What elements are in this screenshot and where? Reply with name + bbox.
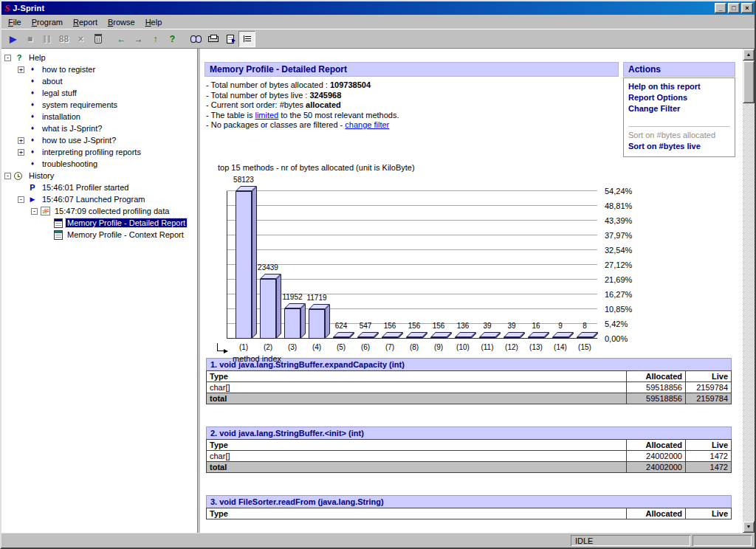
chart: top 15 methods - nr of bytes allocated (…: [218, 163, 661, 339]
actions-title: Actions: [623, 62, 735, 77]
menu-program[interactable]: Program: [27, 16, 68, 28]
maximize-button[interactable]: □: [728, 3, 740, 13]
bar: [455, 337, 471, 339]
tree-item[interactable]: +♦interpreting profiling reports: [1, 146, 197, 158]
up-button[interactable]: ↑: [147, 31, 164, 47]
bar-value-label: 23439: [254, 263, 282, 272]
binoculars-icon: [190, 35, 202, 43]
x-axis-label: (8): [402, 343, 427, 351]
run-button[interactable]: ▶: [4, 31, 21, 47]
diamond-icon: ♦: [27, 135, 38, 145]
tree-item[interactable]: ♦installation: [1, 111, 197, 122]
app-logo-icon: S: [3, 3, 10, 13]
print-button[interactable]: [205, 31, 221, 47]
x-axis-title: method index: [233, 354, 281, 363]
method-data-table: TypeAllocatedLive: [206, 508, 732, 519]
menubar: FileProgramReportBrowseHelp: [1, 15, 755, 29]
close-button[interactable]: ×: [741, 3, 753, 13]
bar-side-face: [252, 186, 257, 339]
help-icon: ?: [14, 52, 24, 63]
export-button[interactable]: [221, 31, 238, 47]
scrollbar-track[interactable]: [743, 61, 755, 521]
total-label: total: [207, 393, 627, 404]
tree-expander-minus[interactable]: -: [4, 55, 11, 61]
delete-button[interactable]: [89, 31, 106, 47]
summary-link[interactable]: limited: [255, 111, 278, 120]
sort-option[interactable]: Sort on #bytes live: [628, 141, 730, 152]
discard-button[interactable]: ×: [72, 31, 89, 47]
tree-item[interactable]: ♦legal stuff: [1, 87, 197, 99]
bar: [528, 337, 544, 339]
tree-item[interactable]: ♦what is J-Sprint?: [1, 122, 197, 134]
tree-expander-plus[interactable]: +: [18, 149, 24, 156]
tree-item[interactable]: -▶15:46:07 Launched Program: [1, 193, 197, 205]
forward-button[interactable]: →: [130, 31, 147, 47]
x-axis-label: (7): [377, 343, 402, 351]
tree-item[interactable]: P15:46:01 Profiler started: [1, 182, 197, 193]
gridline: [227, 205, 597, 206]
tree-expander-minus[interactable]: -: [31, 208, 38, 215]
tree-item[interactable]: +♦how to register: [1, 63, 197, 75]
action-link[interactable]: Change Filter: [628, 103, 730, 114]
tree-item[interactable]: ♦system requirements: [1, 99, 197, 111]
tree-item-label: troubleshooting: [41, 159, 99, 168]
cell-number: 1472: [686, 450, 732, 461]
tree-item[interactable]: ♦about: [1, 75, 197, 87]
vertical-scrollbar[interactable]: ▲ ▼: [743, 49, 755, 533]
x-axis-label: (14): [548, 343, 573, 351]
titlebar: S J-Sprint _ □ ×: [1, 1, 755, 15]
menu-report[interactable]: Report: [68, 16, 103, 28]
profiler-p-icon: P: [27, 182, 38, 193]
tree-item[interactable]: -15:47:09 collected profiling data: [1, 205, 197, 217]
column-header: Live: [686, 508, 732, 519]
tree-expander-minus[interactable]: -: [18, 196, 24, 203]
action-link[interactable]: Report Options: [628, 92, 730, 103]
up-arrow-icon: ↑: [154, 35, 158, 44]
toggle-tree-button[interactable]: [238, 31, 255, 47]
back-button[interactable]: ←: [113, 31, 130, 47]
stop-button[interactable]: ■: [21, 31, 38, 47]
pause-button[interactable]: [38, 31, 55, 47]
menu-file[interactable]: File: [3, 16, 27, 28]
bar: [357, 337, 374, 339]
export-report-icon: [227, 35, 234, 44]
action-link[interactable]: Help on this report: [628, 81, 730, 92]
summary-text: - The table is: [206, 111, 255, 120]
snapshot-button[interactable]: 88: [55, 31, 72, 47]
summary-line: - Total number of bytes allocated : 1097…: [206, 80, 611, 91]
scroll-down-button[interactable]: ▼: [743, 521, 755, 533]
bar: [309, 309, 325, 339]
scroll-up-button[interactable]: ▲: [743, 49, 755, 61]
tree-item[interactable]: ♦troubleshooting: [1, 158, 197, 170]
tree-expander-minus[interactable]: -: [4, 173, 11, 179]
menu-help[interactable]: Help: [140, 16, 168, 28]
x-axis-label: (11): [475, 343, 500, 351]
menu-browse[interactable]: Browse: [103, 16, 140, 28]
minimize-button[interactable]: _: [715, 3, 726, 13]
tree-item[interactable]: Memory Profile - Context Report: [1, 229, 197, 241]
scrollbar-thumb[interactable]: [743, 61, 755, 103]
statusbar: IDLE: [1, 533, 755, 548]
tree-item[interactable]: -History: [1, 170, 197, 182]
find-button[interactable]: [188, 31, 205, 47]
x-axis-label: (15): [572, 343, 597, 351]
tree-item[interactable]: Memory Profile - Detailed Report: [1, 217, 197, 229]
x-axis-label: (2): [255, 343, 281, 351]
column-header: Live: [686, 370, 732, 381]
tree-item-label: 15:46:07 Launched Program: [41, 195, 146, 204]
binary-icon: [41, 207, 50, 215]
tree-expander-plus[interactable]: +: [18, 137, 24, 144]
tree-item[interactable]: +♦how to use J-Sprint?: [1, 134, 197, 146]
tree-expander-plus[interactable]: +: [18, 66, 24, 73]
summary-link[interactable]: change filter: [345, 120, 389, 129]
window-title: J-Sprint: [13, 4, 712, 13]
table-header-row: TypeAllocatedLive: [207, 508, 732, 519]
y-axis-label: 54,24%: [605, 187, 650, 196]
column-header: Allocated: [627, 370, 686, 381]
diamond-icon: ♦: [27, 147, 38, 157]
actions-panel: Actions Help on this reportReport Option…: [623, 62, 735, 157]
tree-item-label: how to use J-Sprint?: [41, 136, 117, 145]
tree-item[interactable]: -?Help: [1, 52, 197, 63]
bar-value-label: 8: [571, 322, 599, 330]
help-button[interactable]: ?: [164, 31, 181, 47]
